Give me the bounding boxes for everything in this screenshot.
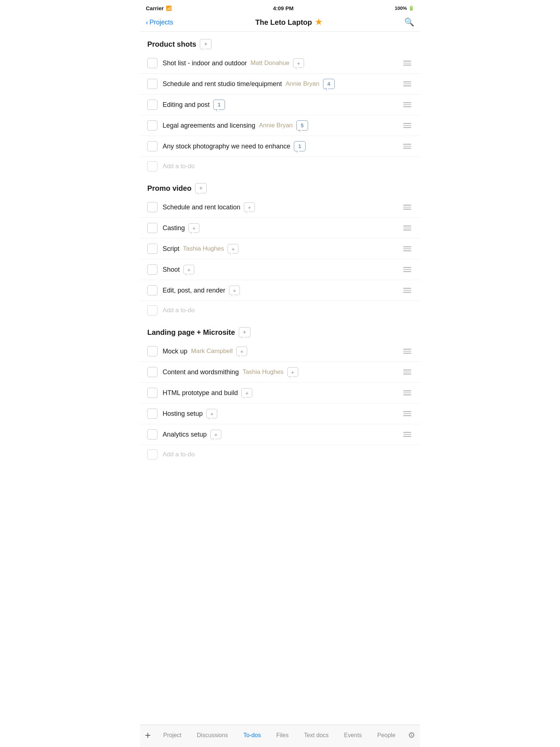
drag-handle-ps2[interactable] bbox=[402, 80, 413, 88]
list-item: Content and wordsmithingTashia Hughes+ bbox=[140, 362, 420, 383]
section-comment-btn-product-shots[interactable]: + bbox=[200, 39, 211, 49]
list-item: Analytics setup+ bbox=[140, 424, 420, 445]
todo-text-ps1: Shot list - indoor and outdoor bbox=[163, 59, 247, 67]
todo-add-comment-btn-pv2[interactable]: + bbox=[188, 223, 199, 233]
section-title-promo-video: Promo video bbox=[147, 184, 191, 193]
todo-add-comment-btn-pv3[interactable]: + bbox=[228, 244, 238, 253]
todo-add-comment-btn-lp2[interactable]: + bbox=[287, 367, 298, 377]
drag-handle-pv1[interactable] bbox=[402, 203, 413, 211]
section-header-product-shots: Product shots+ bbox=[140, 32, 420, 53]
star-icon[interactable]: ★ bbox=[315, 18, 322, 27]
todo-checkbox-pv5[interactable] bbox=[147, 285, 158, 295]
todo-add-comment-btn-pv4[interactable]: + bbox=[183, 265, 194, 274]
todo-assignee-ps4: Annie Bryan bbox=[259, 122, 293, 129]
todo-checkbox-pv3[interactable] bbox=[147, 244, 158, 254]
todo-content-pv4: Shoot+ bbox=[163, 265, 397, 274]
section-comment-btn-promo-video[interactable]: + bbox=[195, 183, 207, 193]
todo-checkbox-lp1[interactable] bbox=[147, 346, 158, 356]
wifi-icon: 📶 bbox=[166, 5, 172, 11]
todo-text-ps3: Editing and post bbox=[163, 101, 210, 109]
todo-text-pv3: Script bbox=[163, 245, 179, 253]
drag-handle-ps1[interactable] bbox=[402, 59, 413, 67]
list-item: Editing and post1 bbox=[140, 94, 420, 115]
status-carrier: Carrier 📶 bbox=[146, 5, 172, 11]
status-battery: 100% 🔋 bbox=[395, 5, 414, 11]
todo-content-lp1: Mock upMark Campbell+ bbox=[163, 347, 397, 356]
todo-content-lp4: Hosting setup+ bbox=[163, 409, 397, 418]
add-todo-placeholder-landing-page: Add a to-do bbox=[163, 451, 195, 458]
todo-add-comment-btn-pv5[interactable]: + bbox=[229, 286, 240, 295]
drag-handle-lp2[interactable] bbox=[402, 368, 413, 376]
add-todo-promo-video[interactable]: Add a to-do bbox=[140, 301, 420, 320]
todo-checkbox-ps1[interactable] bbox=[147, 58, 158, 68]
list-item: Schedule and rent location+ bbox=[140, 197, 420, 218]
todo-add-comment-btn-lp3[interactable]: + bbox=[241, 388, 252, 398]
section-header-promo-video: Promo video+ bbox=[140, 176, 420, 197]
todo-checkbox-lp3[interactable] bbox=[147, 388, 158, 398]
title-text: The Leto Laptop bbox=[255, 18, 312, 27]
drag-handle-lp3[interactable] bbox=[402, 389, 413, 397]
list-item: HTML prototype and build+ bbox=[140, 383, 420, 403]
todo-add-comment-btn-pv1[interactable]: + bbox=[244, 202, 255, 212]
todo-add-comment-btn-lp1[interactable]: + bbox=[236, 347, 247, 356]
todo-add-comment-btn-ps1[interactable]: + bbox=[293, 58, 304, 68]
todo-checkbox-pv4[interactable] bbox=[147, 264, 158, 275]
drag-handle-lp5[interactable] bbox=[402, 430, 413, 438]
back-button[interactable]: ‹ Projects bbox=[146, 19, 173, 26]
todo-add-comment-btn-lp4[interactable]: + bbox=[206, 409, 217, 418]
drag-handle-ps4[interactable] bbox=[402, 121, 413, 129]
todo-content-lp2: Content and wordsmithingTashia Hughes+ bbox=[163, 367, 397, 377]
drag-handle-pv4[interactable] bbox=[402, 266, 413, 274]
comment-badge-ps2[interactable]: 4 bbox=[323, 79, 335, 89]
todo-checkbox-lp5[interactable] bbox=[147, 429, 158, 440]
drag-handle-ps5[interactable] bbox=[402, 142, 413, 150]
comment-badge-ps5[interactable]: 1 bbox=[294, 141, 306, 151]
drag-handle-ps3[interactable] bbox=[402, 101, 413, 109]
section-header-landing-page: Landing page + Microsite+ bbox=[140, 320, 420, 341]
list-item: Hosting setup+ bbox=[140, 403, 420, 424]
todo-checkbox-lp4[interactable] bbox=[147, 409, 158, 419]
nav-bar: ‹ Projects The Leto Laptop ★ 🔍 bbox=[140, 15, 420, 32]
drag-handle-lp4[interactable] bbox=[402, 410, 413, 418]
section-title-product-shots: Product shots bbox=[147, 40, 196, 49]
todo-text-lp1: Mock up bbox=[163, 348, 187, 355]
todo-text-pv5: Edit, post, and render bbox=[163, 287, 225, 294]
todo-checkbox-lp2[interactable] bbox=[147, 367, 158, 377]
drag-handle-lp1[interactable] bbox=[402, 347, 413, 355]
todo-checkbox-ps4[interactable] bbox=[147, 120, 158, 131]
status-time: 4:09 PM bbox=[273, 5, 294, 11]
todo-checkbox-pv1[interactable] bbox=[147, 202, 158, 212]
todo-content-ps5: Any stock photography we need to enhance… bbox=[163, 141, 397, 151]
todo-content-ps4: Legal agreements and licensingAnnie Brya… bbox=[163, 120, 397, 131]
drag-handle-pv3[interactable] bbox=[402, 245, 413, 253]
drag-handle-pv2[interactable] bbox=[402, 224, 413, 232]
todo-content-pv3: ScriptTashia Hughes+ bbox=[163, 244, 397, 253]
add-todo-landing-page[interactable]: Add a to-do bbox=[140, 445, 420, 464]
drag-handle-pv5[interactable] bbox=[402, 286, 413, 294]
comment-badge-ps4[interactable]: 5 bbox=[296, 120, 308, 131]
todo-checkbox-pv2[interactable] bbox=[147, 223, 158, 233]
section-title-landing-page: Landing page + Microsite bbox=[147, 328, 235, 337]
todo-content-pv2: Casting+ bbox=[163, 223, 397, 233]
todo-content-pv5: Edit, post, and render+ bbox=[163, 286, 397, 295]
todo-text-ps4: Legal agreements and licensing bbox=[163, 122, 255, 129]
todo-text-pv4: Shoot bbox=[163, 266, 180, 274]
add-todo-product-shots[interactable]: Add a to-do bbox=[140, 157, 420, 176]
todo-checkbox-ps2[interactable] bbox=[147, 79, 158, 89]
page-title: The Leto Laptop ★ bbox=[255, 18, 322, 27]
list-item: Casting+ bbox=[140, 218, 420, 239]
todo-assignee-lp1: Mark Campbell bbox=[191, 348, 233, 355]
todo-text-pv2: Casting bbox=[163, 224, 185, 232]
comment-badge-ps3[interactable]: 1 bbox=[213, 100, 225, 110]
todo-assignee-ps1: Matt Donahue bbox=[250, 59, 289, 67]
search-button[interactable]: 🔍 bbox=[404, 18, 414, 27]
add-todo-checkbox-promo-video bbox=[147, 305, 158, 316]
todo-checkbox-ps3[interactable] bbox=[147, 100, 158, 110]
todo-checkbox-ps5[interactable] bbox=[147, 141, 158, 151]
todo-add-comment-btn-lp5[interactable]: + bbox=[210, 430, 221, 439]
add-todo-checkbox-product-shots bbox=[147, 161, 158, 171]
todo-content-lp3: HTML prototype and build+ bbox=[163, 388, 397, 398]
carrier-text: Carrier bbox=[146, 5, 164, 11]
section-comment-btn-landing-page[interactable]: + bbox=[239, 327, 250, 337]
back-chevron-icon: ‹ bbox=[146, 19, 148, 26]
